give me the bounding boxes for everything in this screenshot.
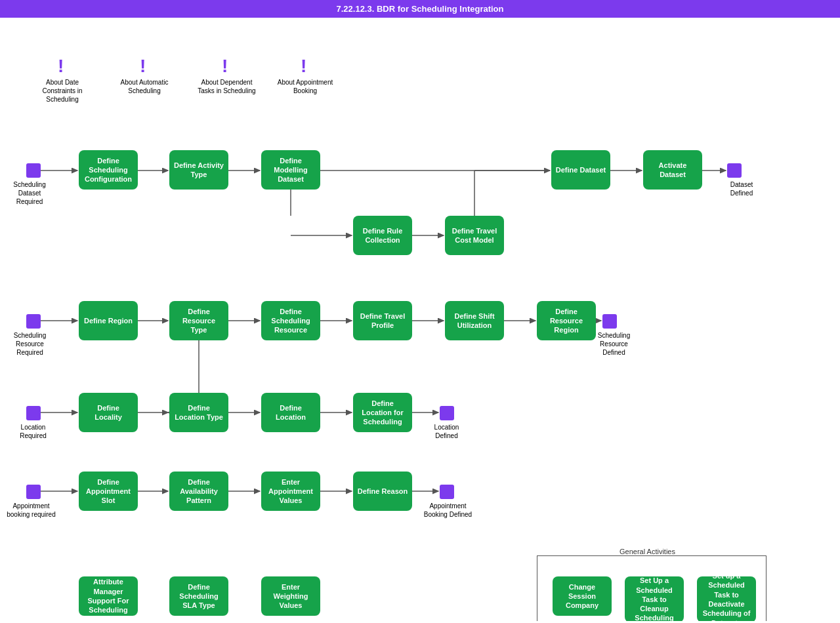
- event-scheduling-dataset-required: [26, 163, 41, 178]
- event-location-defined: [440, 406, 454, 420]
- gb-define-resource-type[interactable]: Define Resource Type: [169, 301, 228, 340]
- info-icon-1[interactable]: !: [58, 56, 64, 77]
- gb-define-modelling-dataset[interactable]: Define Modelling Dataset: [261, 150, 320, 190]
- event-location-required: [26, 406, 41, 420]
- gb-define-location-type[interactable]: Define Location Type: [169, 393, 228, 432]
- info-icon-3[interactable]: !: [222, 56, 228, 77]
- gb-define-appointment-slot[interactable]: Define Appointment Slot: [79, 472, 138, 511]
- gb-enter-appointment-values[interactable]: Enter Appointment Values: [261, 472, 320, 511]
- info-icon-2[interactable]: !: [140, 56, 146, 77]
- event-label-location-required: Location Required: [12, 423, 54, 440]
- gb-define-shift-utilization[interactable]: Define Shift Utilization: [445, 301, 504, 340]
- gb-define-availability-pattern[interactable]: Define Availability Pattern: [169, 472, 228, 511]
- gb-define-rule-collection[interactable]: Define Rule Collection: [353, 216, 412, 255]
- title-bar: 7.22.12.3. BDR for Scheduling Integratio…: [0, 0, 840, 18]
- info-label-3: About Dependent Tasks in Scheduling: [196, 78, 258, 95]
- gb-define-region[interactable]: Define Region: [79, 301, 138, 340]
- gb-define-travel-profile[interactable]: Define Travel Profile: [353, 301, 412, 340]
- info-label-1: About Date Constraints in Scheduling: [33, 78, 92, 104]
- gb-attribute-manager[interactable]: Attribute Manager Support For Scheduling: [79, 576, 138, 616]
- gb-set-up-deactivate-scheduling[interactable]: Set up a Scheduled Task to Deactivate Sc…: [697, 576, 756, 621]
- general-activities-label: General Activities: [617, 548, 678, 555]
- gb-define-scheduling-resource[interactable]: Define Scheduling Resource: [261, 301, 320, 340]
- gb-define-travel-cost-model[interactable]: Define Travel Cost Model: [445, 216, 504, 255]
- info-icon-4[interactable]: !: [301, 56, 306, 77]
- gb-define-reason[interactable]: Define Reason: [353, 472, 412, 511]
- info-label-4: About Appointment Booking: [276, 78, 335, 95]
- event-scheduling-resource-defined: [602, 314, 617, 329]
- title-text: 7.22.12.3. BDR for Scheduling Integratio…: [337, 4, 504, 14]
- event-label-scheduling-resource-required: Scheduling Resource Required: [5, 331, 54, 357]
- event-label-appointment-booking-required: Appointment booking required: [7, 502, 56, 519]
- gb-enter-weighting-values[interactable]: Enter Weighting Values: [261, 576, 320, 616]
- event-dataset-defined: [727, 163, 742, 178]
- gb-define-activity-type[interactable]: Define Activity Type: [169, 150, 228, 190]
- info-label-2: About Automatic Scheduling: [115, 78, 174, 95]
- event-label-location-defined: Location Defined: [425, 423, 468, 440]
- event-label-scheduling-dataset-required: Scheduling Dataset Required: [7, 180, 52, 206]
- event-appointment-booking-required: [26, 485, 41, 499]
- gb-define-scheduling-sla[interactable]: Define Scheduling SLA Type: [169, 576, 228, 616]
- gb-define-locality[interactable]: Define Locality: [79, 393, 138, 432]
- event-label-scheduling-resource-defined: Scheduling Resource Defined: [589, 331, 639, 357]
- event-label-appointment-booking-defined: Appointment Booking Defined: [423, 502, 472, 519]
- gb-change-session-company[interactable]: Change Session Company: [553, 576, 612, 616]
- gb-activate-dataset[interactable]: Activate Dataset: [643, 150, 702, 190]
- event-scheduling-resource-required: [26, 314, 41, 329]
- gb-define-location-for-scheduling[interactable]: Define Location for Scheduling: [353, 393, 412, 432]
- event-appointment-booking-defined: [440, 485, 454, 499]
- event-label-dataset-defined: Dataset Defined: [719, 180, 765, 197]
- gb-define-resource-region[interactable]: Define Resource Region: [537, 301, 596, 340]
- gb-define-dataset[interactable]: Define Dataset: [551, 150, 610, 190]
- gb-define-scheduling-configuration[interactable]: Define Scheduling Configuration: [79, 150, 138, 190]
- gb-set-up-cleanup-scheduling[interactable]: Set Up a Scheduled Task to Cleanup Sched…: [625, 576, 684, 621]
- gb-define-location[interactable]: Define Location: [261, 393, 320, 432]
